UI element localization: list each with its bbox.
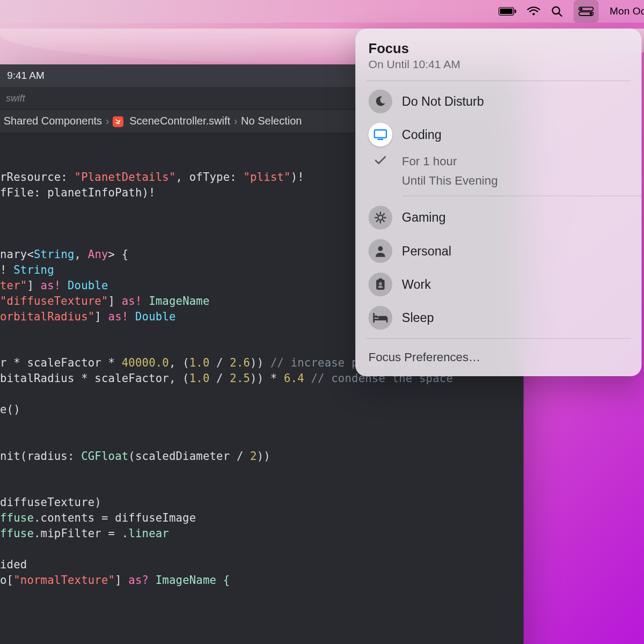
focus-item-coding[interactable]: Coding bbox=[355, 118, 641, 151]
battery-icon[interactable] bbox=[499, 0, 516, 23]
separator bbox=[366, 338, 631, 339]
badge-icon bbox=[369, 273, 392, 296]
separator bbox=[366, 80, 631, 81]
svg-point-23 bbox=[379, 282, 382, 286]
bed-icon bbox=[369, 306, 392, 330]
svg-line-19 bbox=[383, 214, 384, 215]
display-icon bbox=[369, 123, 392, 147]
checkmark-icon bbox=[375, 155, 386, 169]
focus-item-sleep[interactable]: Sleep bbox=[355, 301, 641, 334]
breadcrumb-file[interactable]: SceneController.swift bbox=[129, 115, 230, 127]
svg-point-20 bbox=[378, 246, 383, 251]
person-icon bbox=[369, 239, 392, 263]
focus-item-gaming[interactable]: Gaming bbox=[355, 201, 641, 234]
focus-item-label: Work bbox=[402, 277, 431, 292]
svg-point-24 bbox=[375, 316, 377, 318]
tab-label[interactable]: swift bbox=[6, 93, 25, 104]
svg-rect-2 bbox=[515, 10, 516, 13]
breadcrumb-folder[interactable]: Shared Components bbox=[4, 115, 102, 127]
focus-item-label: Do Not Disturb bbox=[402, 94, 484, 109]
focus-duration-label: For 1 hour bbox=[402, 155, 457, 169]
popover-subtitle: On Until 10:41 AM bbox=[369, 58, 628, 71]
focus-item-work[interactable]: Work bbox=[355, 268, 641, 301]
svg-point-8 bbox=[590, 12, 592, 14]
gear-icon bbox=[369, 206, 392, 229]
svg-line-18 bbox=[377, 220, 378, 221]
focus-item-dnd[interactable]: Do Not Disturb bbox=[355, 85, 641, 118]
wifi-icon[interactable] bbox=[528, 0, 540, 23]
focus-item-personal[interactable]: Personal bbox=[355, 235, 641, 268]
svg-point-11 bbox=[378, 215, 383, 220]
focus-popover: Focus On Until 10:41 AM Do Not Disturb C… bbox=[355, 28, 641, 376]
moon-icon bbox=[369, 90, 392, 113]
separator bbox=[402, 195, 642, 196]
svg-line-16 bbox=[377, 214, 378, 215]
menubar: Mon Oct 18 9:41 AM bbox=[0, 0, 644, 23]
chevron-right-icon: › bbox=[234, 115, 238, 127]
titlebar-time: 9:41 AM bbox=[7, 70, 44, 82]
focus-duration-1hour[interactable]: For 1 hour bbox=[355, 151, 641, 171]
focus-item-label: Coding bbox=[402, 128, 442, 142]
focus-duration-evening[interactable]: Until This Evening bbox=[355, 171, 641, 191]
swift-file-icon bbox=[113, 116, 123, 127]
focus-item-label: Personal bbox=[402, 244, 451, 258]
focus-preferences-link[interactable]: Focus Preferences… bbox=[355, 342, 641, 374]
svg-line-17 bbox=[383, 220, 384, 221]
focus-duration-label: Until This Evening bbox=[402, 174, 498, 188]
spotlight-icon[interactable] bbox=[551, 0, 563, 23]
svg-rect-22 bbox=[378, 279, 382, 281]
svg-rect-1 bbox=[500, 9, 513, 14]
chevron-right-icon: › bbox=[106, 115, 109, 127]
menubar-date[interactable]: Mon Oct 18 9:41 AM bbox=[610, 5, 644, 17]
focus-item-label: Sleep bbox=[402, 311, 434, 325]
focus-item-label: Gaming bbox=[402, 210, 446, 225]
control-center-icon[interactable] bbox=[574, 0, 599, 23]
breadcrumb-selection[interactable]: No Selection bbox=[241, 115, 302, 127]
svg-line-4 bbox=[559, 13, 562, 16]
svg-rect-9 bbox=[375, 130, 386, 137]
svg-rect-25 bbox=[378, 316, 387, 320]
svg-point-6 bbox=[581, 8, 583, 10]
popover-title: Focus bbox=[369, 41, 628, 57]
